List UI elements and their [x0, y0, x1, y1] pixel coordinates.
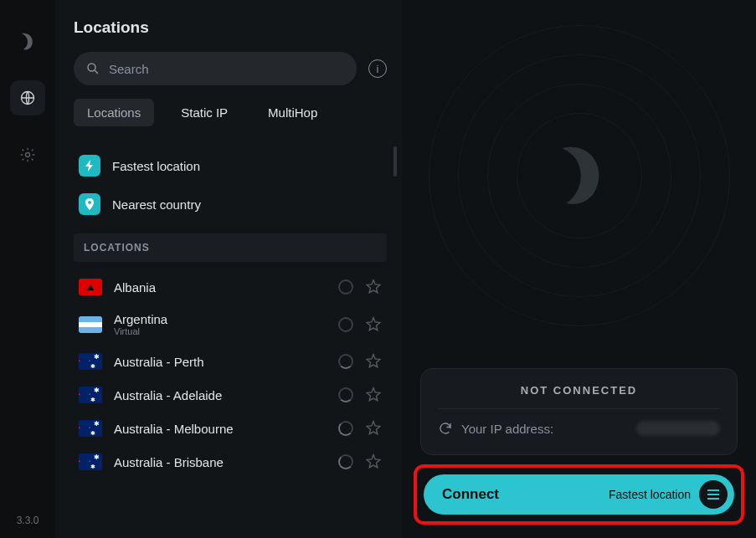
quick-list: Fastest location Nearest country — [74, 141, 387, 233]
pin-icon — [79, 193, 100, 215]
version-label: 3.3.0 — [17, 515, 39, 526]
connect-label: Connect — [442, 486, 499, 503]
divider — [438, 408, 720, 409]
search-icon — [85, 61, 100, 76]
load-indicator-icon — [338, 387, 353, 402]
flag-icon — [79, 387, 102, 403]
main-panel: NOT CONNECTED Your IP address: Connect F… — [402, 0, 756, 538]
globe-icon[interactable] — [10, 80, 45, 115]
flag-icon — [79, 316, 102, 333]
quick-fastest[interactable]: Fastest location — [74, 146, 387, 185]
list-item[interactable]: Argentina Virtual — [74, 304, 387, 345]
location-name: Albania — [114, 280, 338, 295]
connect-sublabel: Fastest location — [609, 488, 691, 501]
load-indicator-icon — [338, 454, 353, 469]
favorite-star-icon[interactable] — [365, 316, 382, 333]
flag-icon — [79, 420, 102, 437]
connect-button[interactable]: Connect Fastest location — [424, 474, 734, 515]
favorite-star-icon[interactable] — [365, 387, 382, 403]
panel-title: Locations — [74, 18, 387, 37]
tabs: Locations Static IP MultiHop — [74, 99, 387, 126]
search-row: i — [74, 52, 387, 85]
favorite-star-icon[interactable] — [365, 420, 382, 437]
search-input[interactable] — [109, 62, 345, 76]
ip-row: Your IP address: — [438, 421, 720, 436]
list-item[interactable]: Australia - Perth — [74, 345, 387, 378]
flag-icon — [79, 279, 102, 295]
location-name: Australia - Melbourne — [114, 422, 338, 436]
refresh-icon — [438, 421, 453, 436]
tab-multihop[interactable]: MultiHop — [255, 99, 331, 126]
flag-icon — [79, 453, 102, 470]
locations-panel: Locations i Locations Static IP MultiHop… — [55, 0, 402, 538]
load-indicator-icon — [338, 279, 353, 295]
location-list: Albania Argentina Virtual — [74, 270, 387, 538]
status-card: NOT CONNECTED Your IP address: — [420, 368, 738, 455]
flag-icon — [79, 353, 102, 370]
connect-menu-icon[interactable] — [699, 480, 728, 509]
quick-label: Fastest location — [112, 159, 200, 173]
list-item[interactable]: Australia - Brisbane — [74, 445, 387, 479]
bolt-icon — [79, 155, 100, 177]
connection-orb — [429, 25, 730, 326]
location-name: Australia - Brisbane — [114, 455, 338, 469]
logo-icon[interactable] — [10, 23, 45, 59]
list-item[interactable]: Australia - Adelaide — [74, 378, 387, 412]
favorite-star-icon[interactable] — [365, 279, 382, 295]
svg-point-2 — [88, 64, 95, 71]
svg-point-1 — [26, 153, 30, 157]
load-indicator-icon — [338, 354, 353, 369]
load-indicator-icon — [338, 421, 353, 436]
location-name: Australia - Adelaide — [114, 388, 338, 402]
quick-label: Nearest country — [112, 197, 201, 212]
section-header: LOCATIONS — [74, 233, 387, 262]
tab-locations[interactable]: Locations — [74, 99, 154, 126]
list-item[interactable]: Australia - Melbourne — [74, 412, 387, 445]
status-title: NOT CONNECTED — [438, 384, 720, 397]
location-name: Argentina — [114, 312, 338, 326]
location-name: Australia - Perth — [114, 355, 338, 369]
settings-icon[interactable] — [10, 137, 45, 172]
connect-highlight: Connect Fastest location — [414, 464, 744, 525]
left-rail: 3.3.0 — [0, 0, 55, 538]
ip-address-redacted — [636, 421, 720, 436]
tab-static-ip[interactable]: Static IP — [167, 99, 241, 126]
favorite-star-icon[interactable] — [365, 353, 382, 370]
load-indicator-icon — [338, 317, 353, 332]
search-box[interactable] — [74, 52, 357, 85]
quick-nearest[interactable]: Nearest country — [74, 185, 387, 223]
list-item[interactable]: Albania — [74, 270, 387, 304]
scrollbar[interactable] — [393, 146, 397, 177]
ip-label: Your IP address: — [461, 422, 553, 436]
info-icon[interactable]: i — [368, 59, 387, 78]
favorite-star-icon[interactable] — [365, 453, 382, 470]
location-sublabel: Virtual — [114, 326, 338, 336]
